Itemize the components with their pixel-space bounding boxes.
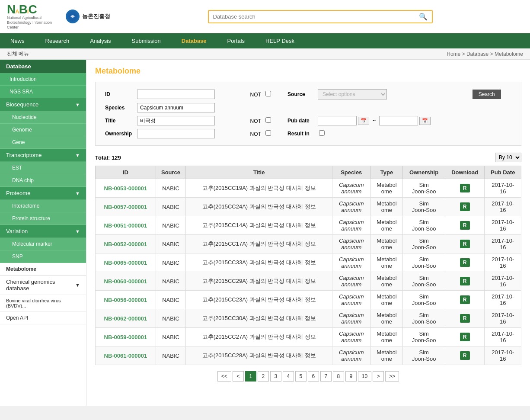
cell-download[interactable]: R: [445, 253, 485, 272]
page-last-button[interactable]: >>: [385, 371, 399, 382]
cell-download[interactable]: R: [445, 198, 485, 216]
cell-id[interactable]: NB-0052-000001: [96, 235, 156, 253]
species-input[interactable]: [137, 103, 215, 112]
pub-date-to[interactable]: [379, 116, 418, 125]
sidebar-item-protein-structure[interactable]: Protein structure: [0, 212, 86, 225]
cell-id[interactable]: NB-0061-000001: [96, 346, 156, 365]
nav-item-portals[interactable]: Portals: [217, 33, 255, 48]
sidebar-item-gene[interactable]: Gene: [0, 136, 86, 149]
nav-item-database[interactable]: Database: [171, 33, 217, 48]
download-button[interactable]: R: [460, 240, 470, 248]
id-link[interactable]: NB-0053-000001: [104, 185, 147, 192]
ownership-input[interactable]: [137, 129, 215, 138]
sidebar-item-interactome[interactable]: Interactome: [0, 200, 86, 212]
download-button[interactable]: R: [460, 221, 470, 230]
cell-id[interactable]: NB-0056-000001: [96, 291, 156, 309]
page-button-9[interactable]: 9: [345, 371, 357, 382]
cell-id[interactable]: NB-0051-000001: [96, 216, 156, 235]
cell-download[interactable]: R: [445, 346, 485, 365]
sidebar-item-nucleotide[interactable]: Nucleotide: [0, 111, 86, 124]
cell-download[interactable]: R: [445, 272, 485, 291]
page-button-3[interactable]: 3: [270, 371, 281, 382]
source-select[interactable]: Select options: [318, 89, 387, 99]
search-button[interactable]: Search: [473, 90, 501, 99]
id-link[interactable]: NB-0052-000001: [104, 241, 147, 247]
id-link[interactable]: NB-0065-000001: [104, 260, 147, 266]
title-input[interactable]: [137, 116, 215, 125]
id-input[interactable]: [137, 90, 215, 99]
nav-item-research[interactable]: Research: [35, 33, 80, 48]
page-next-button[interactable]: >: [373, 371, 384, 382]
id-link[interactable]: NB-0060-000001: [104, 278, 147, 285]
search-icon-button[interactable]: 🔍: [415, 11, 432, 22]
cal-button-from[interactable]: 📅: [358, 117, 369, 125]
sidebar-item-proteome[interactable]: Proteome ▼: [0, 187, 86, 200]
sidebar-item-metabolome[interactable]: Metabolome: [0, 263, 86, 276]
sidebar-item-genome[interactable]: Genome: [0, 124, 86, 136]
page-button-5[interactable]: 5: [295, 371, 307, 382]
download-button[interactable]: R: [460, 333, 470, 341]
sidebar-item-transcriptome[interactable]: Transcriptome ▼: [0, 149, 86, 162]
id-link[interactable]: NB-0057-000001: [104, 204, 147, 210]
nav-item-helpdesk[interactable]: HELP Desk: [255, 33, 305, 48]
nav-item-analysis[interactable]: Analysis: [80, 33, 121, 48]
page-button-4[interactable]: 4: [283, 371, 294, 382]
results-header: Total: 129 By 10: [95, 153, 521, 162]
nav-item-submission[interactable]: Submission: [121, 33, 171, 48]
per-page-select[interactable]: By 10: [495, 153, 521, 162]
sidebar-item-chemical-genomics[interactable]: Chemical genomics database ▼: [0, 276, 86, 295]
cell-id[interactable]: NB-0053-000001: [96, 179, 156, 198]
cell-download[interactable]: R: [445, 235, 485, 253]
cell-id[interactable]: NB-0060-000001: [96, 272, 156, 291]
pub-date-from[interactable]: [318, 116, 357, 125]
download-button[interactable]: R: [460, 351, 470, 360]
result-in-checkbox[interactable]: [319, 130, 325, 136]
sidebar-item-bovine[interactable]: Bovine viral diarrhea virus (BVDV)...: [0, 295, 86, 312]
download-button[interactable]: R: [460, 314, 470, 323]
cell-id[interactable]: NB-0059-000001: [96, 328, 156, 346]
id-link[interactable]: NB-0056-000001: [104, 297, 147, 303]
cell-download[interactable]: R: [445, 328, 485, 346]
search-input[interactable]: [209, 11, 415, 22]
not-checkbox-2[interactable]: [265, 117, 271, 123]
page-prev-button[interactable]: <: [233, 371, 244, 382]
sidebar-item-variation[interactable]: Variation ▼: [0, 225, 86, 238]
page-button-2[interactable]: 2: [258, 371, 269, 382]
sidebar-item-molecular-marker[interactable]: Molecular marker: [0, 238, 86, 250]
sidebar-item-open-api[interactable]: Open API: [0, 312, 86, 324]
cell-download[interactable]: R: [445, 291, 485, 309]
cell-title: 고추(2015CC30A) 과실의 반극성 대사체 정보: [186, 309, 332, 328]
page-button-7[interactable]: 7: [320, 371, 332, 382]
cell-download[interactable]: R: [445, 216, 485, 235]
sidebar-item-ngs-sra[interactable]: NGS SRA: [0, 86, 86, 98]
page-button-10[interactable]: 10: [358, 371, 371, 382]
sidebar-item-introduction[interactable]: Introduction: [0, 73, 86, 86]
id-link[interactable]: NB-0051-000001: [104, 222, 147, 229]
page-button-6[interactable]: 6: [308, 371, 319, 382]
full-menu-label[interactable]: 전체 메뉴: [7, 50, 29, 58]
cell-id[interactable]: NB-0057-000001: [96, 198, 156, 216]
id-link[interactable]: NB-0059-000001: [104, 334, 147, 340]
not-checkbox-3[interactable]: [265, 130, 271, 136]
not-checkbox-1[interactable]: [265, 91, 271, 96]
download-button[interactable]: R: [460, 184, 470, 192]
page-button-8[interactable]: 8: [333, 371, 344, 382]
sidebar-item-snp[interactable]: SNP: [0, 250, 86, 263]
cell-download[interactable]: R: [445, 179, 485, 198]
download-button[interactable]: R: [460, 295, 470, 304]
id-link[interactable]: NB-0062-000001: [104, 315, 147, 322]
cal-button-to[interactable]: 📅: [419, 117, 431, 125]
cell-id[interactable]: NB-0065-000001: [96, 253, 156, 272]
page-first-button[interactable]: <<: [217, 371, 231, 382]
sidebar-item-biosequence[interactable]: Biosequence ▼: [0, 98, 86, 111]
cell-download[interactable]: R: [445, 309, 485, 328]
download-button[interactable]: R: [460, 258, 470, 267]
sidebar-item-est[interactable]: EST: [0, 162, 86, 174]
id-link[interactable]: NB-0061-000001: [104, 353, 147, 359]
nav-item-news[interactable]: News: [0, 33, 35, 48]
download-button[interactable]: R: [460, 202, 470, 211]
page-button-1[interactable]: 1: [245, 371, 256, 382]
cell-id[interactable]: NB-0062-000001: [96, 309, 156, 328]
sidebar-item-dna-chip[interactable]: DNA chip: [0, 174, 86, 187]
download-button[interactable]: R: [460, 277, 470, 285]
